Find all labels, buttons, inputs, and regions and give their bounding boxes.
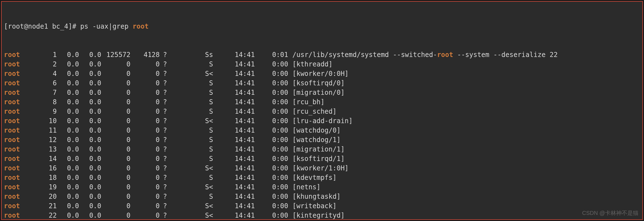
command-cell: [kdevtmpfs] bbox=[288, 173, 337, 182]
pid-cell: 4 bbox=[37, 69, 57, 78]
stat-cell: S bbox=[171, 88, 224, 97]
terminal-window[interactable]: [root@node1 bc_4]# ps -uax|grep root roo… bbox=[1, 1, 643, 220]
user-cell: root bbox=[4, 116, 37, 126]
start-cell: 14:41 bbox=[224, 173, 255, 182]
grep-match: root bbox=[437, 50, 453, 59]
time-cell: 0:00 bbox=[255, 97, 288, 107]
tty-cell: ? bbox=[160, 211, 171, 220]
prompt-user-host: root@node1 bbox=[8, 22, 48, 31]
stat-cell: S< bbox=[171, 163, 224, 173]
tty-cell: ? bbox=[160, 50, 171, 59]
user-cell: root bbox=[4, 211, 37, 220]
start-cell: 14:41 bbox=[224, 88, 255, 97]
user-cell: root bbox=[4, 97, 37, 107]
prompt-open-bracket: [ bbox=[4, 22, 8, 31]
tty-cell: ? bbox=[160, 69, 171, 78]
tty-cell: ? bbox=[160, 154, 171, 163]
start-cell: 14:41 bbox=[224, 145, 255, 154]
cpu-cell: 0.0 bbox=[57, 154, 79, 163]
stat-cell: S bbox=[171, 126, 224, 135]
command-cell: [lru-add-drain] bbox=[288, 116, 353, 126]
user-cell: root bbox=[4, 192, 37, 201]
pid-cell: 12 bbox=[37, 135, 57, 145]
process-row: root10.00.01255724128?Ss14:410:01/usr/li… bbox=[4, 50, 640, 59]
cpu-cell: 0.0 bbox=[57, 78, 79, 88]
time-cell: 0:00 bbox=[255, 211, 288, 220]
time-cell: 0:00 bbox=[255, 126, 288, 135]
command-cell: [ksoftirqd/0] bbox=[288, 78, 345, 88]
pid-cell: 11 bbox=[37, 126, 57, 135]
watermark: CSDN @卡林神不是猫 bbox=[582, 208, 638, 218]
tty-cell: ? bbox=[160, 88, 171, 97]
rss-cell: 0 bbox=[130, 154, 160, 163]
command-cell: [watchdog/1] bbox=[288, 135, 340, 145]
command-cell: [kworker/1:0H] bbox=[288, 163, 349, 173]
mem-cell: 0.0 bbox=[79, 88, 101, 97]
process-row: root90.00.000?S14:410:00[rcu_sched] bbox=[4, 107, 640, 116]
process-row: root80.00.000?S14:410:00[rcu_bh] bbox=[4, 97, 640, 107]
cpu-cell: 0.0 bbox=[57, 59, 79, 69]
prompt-line[interactable]: [root@node1 bc_4]# ps -uax|grep root bbox=[4, 22, 640, 31]
process-row: root70.00.000?S14:410:00[migration/0] bbox=[4, 88, 640, 97]
command-cell: [migration/0] bbox=[288, 88, 345, 97]
vsz-cell: 0 bbox=[101, 59, 130, 69]
time-cell: 0:00 bbox=[255, 107, 288, 116]
vsz-cell: 0 bbox=[101, 126, 130, 135]
tty-cell: ? bbox=[160, 107, 171, 116]
time-cell: 0:00 bbox=[255, 201, 288, 211]
rss-cell: 0 bbox=[130, 163, 160, 173]
user-cell: root bbox=[4, 59, 37, 69]
cpu-cell: 0.0 bbox=[57, 97, 79, 107]
rss-cell: 0 bbox=[130, 59, 160, 69]
user-cell: root bbox=[4, 173, 37, 182]
stat-cell: S bbox=[171, 97, 224, 107]
vsz-cell: 125572 bbox=[101, 50, 130, 59]
command-cell: [kworker/0:0H] bbox=[288, 69, 349, 78]
mem-cell: 0.0 bbox=[79, 135, 101, 145]
stat-cell: S bbox=[171, 59, 224, 69]
cpu-cell: 0.0 bbox=[57, 88, 79, 97]
rss-cell: 4128 bbox=[130, 50, 160, 59]
time-cell: 0:00 bbox=[255, 182, 288, 192]
mem-cell: 0.0 bbox=[79, 126, 101, 135]
rss-cell: 0 bbox=[130, 107, 160, 116]
start-cell: 14:41 bbox=[224, 211, 255, 220]
process-row: root130.00.000?S14:410:00[migration/1] bbox=[4, 145, 640, 154]
process-row: root180.00.000?S14:410:00[kdevtmpfs] bbox=[4, 173, 640, 182]
start-cell: 14:41 bbox=[224, 192, 255, 201]
vsz-cell: 0 bbox=[101, 69, 130, 78]
cpu-cell: 0.0 bbox=[57, 50, 79, 59]
process-row: root20.00.000?S14:410:00[kthreadd] bbox=[4, 59, 640, 69]
start-cell: 14:41 bbox=[224, 97, 255, 107]
stat-cell: S bbox=[171, 154, 224, 163]
pid-cell: 20 bbox=[37, 192, 57, 201]
user-cell: root bbox=[4, 145, 37, 154]
pid-cell: 8 bbox=[37, 97, 57, 107]
pid-cell: 6 bbox=[37, 78, 57, 88]
start-cell: 14:41 bbox=[224, 182, 255, 192]
cpu-cell: 0.0 bbox=[57, 182, 79, 192]
vsz-cell: 0 bbox=[101, 154, 130, 163]
process-row: root220.00.000?S<14:410:00[kintegrityd] bbox=[4, 211, 640, 220]
mem-cell: 0.0 bbox=[79, 145, 101, 154]
time-cell: 0:00 bbox=[255, 154, 288, 163]
stat-cell: S bbox=[171, 145, 224, 154]
rss-cell: 0 bbox=[130, 192, 160, 201]
user-cell: root bbox=[4, 201, 37, 211]
rss-cell: 0 bbox=[130, 116, 160, 126]
process-list: root10.00.01255724128?Ss14:410:01/usr/li… bbox=[4, 50, 640, 221]
cpu-cell: 0.0 bbox=[57, 126, 79, 135]
pid-cell: 1 bbox=[37, 50, 57, 59]
user-cell: root bbox=[4, 69, 37, 78]
mem-cell: 0.0 bbox=[79, 97, 101, 107]
rss-cell: 0 bbox=[130, 145, 160, 154]
user-cell: root bbox=[4, 182, 37, 192]
command-text: ps -uax|grep bbox=[80, 22, 133, 31]
pid-cell: 13 bbox=[37, 145, 57, 154]
process-row: root210.00.000?S<14:410:00[writeback] bbox=[4, 201, 640, 211]
process-row: root110.00.000?S14:410:00[watchdog/0] bbox=[4, 126, 640, 135]
command-cell: [kthreadd] bbox=[288, 59, 333, 69]
command-cell: [netns] bbox=[288, 182, 320, 192]
tty-cell: ? bbox=[160, 59, 171, 69]
start-cell: 14:41 bbox=[224, 163, 255, 173]
